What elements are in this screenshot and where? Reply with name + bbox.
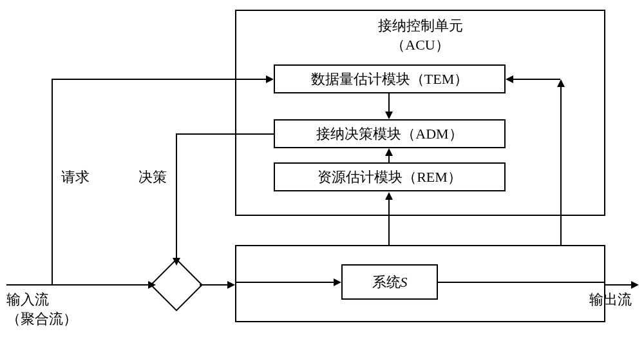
system-s-prefix: 系统	[372, 273, 401, 292]
input-label: 输入流 （聚合流）	[6, 290, 77, 329]
input-line2: （聚合流）	[6, 311, 77, 327]
adm-label: 接纳决策模块（ADM）	[316, 124, 462, 144]
decision-arrow	[173, 258, 180, 266]
system-rem-line	[388, 200, 390, 246]
decision-label: 决策	[138, 168, 167, 187]
rem-label: 资源估计模块（REM）	[317, 168, 462, 187]
input-arrow	[148, 281, 156, 289]
system-rem-arrow	[385, 192, 393, 200]
input-line	[6, 284, 151, 286]
output-line	[605, 284, 634, 286]
output-arrow	[631, 281, 639, 289]
inner-system-arrow	[334, 278, 341, 286]
acu-title: 接纳控制单元 （ACU）	[378, 16, 463, 55]
decision-diamond	[150, 258, 203, 311]
adm-box: 接纳决策模块（ADM）	[274, 119, 506, 148]
tem-adm-line	[388, 93, 390, 113]
diamond-system-line	[200, 284, 229, 286]
request-vert-line	[52, 79, 53, 286]
request-horiz-line	[52, 79, 267, 80]
tem-label: 数据量估计模块（TEM）	[311, 70, 468, 89]
request-arrow	[266, 75, 274, 83]
inner-output-line	[438, 282, 605, 283]
rem-adm-line	[388, 156, 390, 164]
diamond-system-arrow	[227, 281, 235, 289]
rem-box: 资源估计模块（REM）	[274, 162, 506, 191]
inner-system-line	[235, 282, 335, 283]
acu-title-line2: （ACU）	[391, 37, 449, 53]
feedback-horiz-line	[512, 79, 560, 80]
request-label: 请求	[61, 168, 90, 187]
tem-adm-arrow	[385, 112, 393, 119]
feedback-vert-line	[560, 87, 562, 246]
decision-vert-line	[176, 133, 177, 260]
output-label: 输出流	[589, 290, 632, 309]
system-s-letter: S	[401, 274, 408, 291]
feedback-left-arrow	[506, 75, 513, 83]
feedback-up-arrow	[557, 79, 565, 87]
rem-adm-arrow	[385, 148, 393, 156]
acu-title-line1: 接纳控制单元	[378, 17, 463, 34]
system-s-box: 系统S	[341, 264, 438, 300]
decision-horiz-line	[176, 133, 274, 135]
tem-box: 数据量估计模块（TEM）	[274, 64, 506, 93]
input-line1: 输入流	[6, 291, 49, 307]
